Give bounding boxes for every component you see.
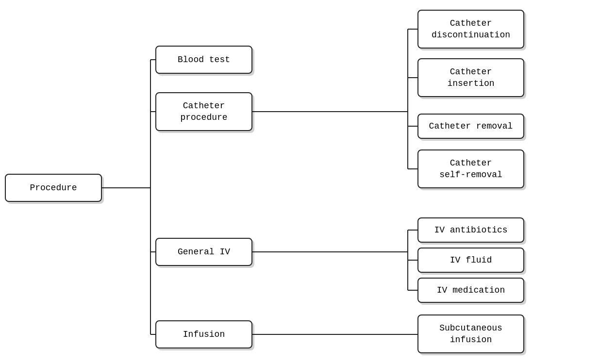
subcutaneous-infusion-label: Subcutaneousinfusion: [439, 322, 502, 346]
blood-test-label: Blood test: [178, 54, 230, 66]
blood-test-node: Blood test: [155, 46, 252, 74]
general-iv-label: General IV: [178, 246, 230, 258]
general-iv-node: General IV: [155, 238, 252, 266]
procedure-node: Procedure: [5, 174, 102, 202]
catheter-procedure-label: Catheterprocedure: [180, 100, 227, 124]
catheter-self-removal-node: Catheterself-removal: [417, 149, 524, 188]
catheter-insertion-node: Catheterinsertion: [417, 58, 524, 97]
iv-fluid-node: IV fluid: [417, 248, 524, 273]
catheter-insertion-label: Catheterinsertion: [447, 66, 494, 90]
infusion-node: Infusion: [155, 320, 252, 348]
subcutaneous-infusion-node: Subcutaneousinfusion: [417, 314, 524, 353]
catheter-discontinuation-label: Catheterdiscontinuation: [432, 17, 510, 41]
iv-fluid-label: IV fluid: [450, 254, 492, 266]
iv-antibiotics-node: IV antibiotics: [417, 217, 524, 243]
catheter-discontinuation-node: Catheterdiscontinuation: [417, 10, 524, 49]
tree-container: Procedure Blood test Catheterprocedure G…: [0, 0, 600, 364]
catheter-self-removal-label: Catheterself-removal: [439, 157, 502, 181]
infusion-label: Infusion: [183, 329, 225, 340]
procedure-label: Procedure: [30, 182, 77, 194]
catheter-removal-node: Catheter removal: [417, 114, 524, 139]
iv-medication-node: IV medication: [417, 278, 524, 303]
catheter-removal-label: Catheter removal: [429, 120, 513, 132]
iv-medication-label: IV medication: [437, 284, 505, 296]
iv-antibiotics-label: IV antibiotics: [434, 224, 507, 236]
catheter-procedure-node: Catheterprocedure: [155, 92, 252, 131]
